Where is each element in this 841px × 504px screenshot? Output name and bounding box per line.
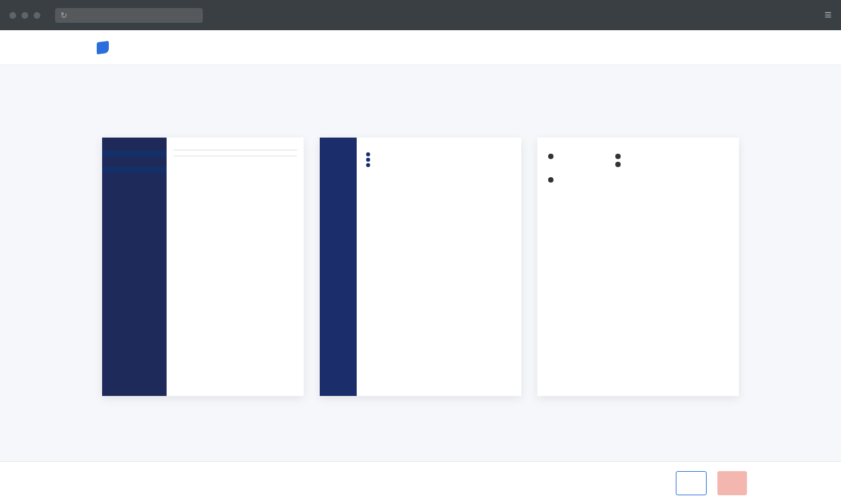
app-header [0, 30, 841, 65]
logo[interactable] [94, 42, 109, 54]
hero [0, 65, 841, 117]
footer-bar [0, 461, 841, 463]
window-min-dot[interactable] [21, 12, 28, 19]
url-bar[interactable]: ↻ [55, 8, 203, 23]
logo-icon [97, 40, 109, 54]
template-card-3[interactable] [537, 138, 739, 396]
work-heading [173, 148, 297, 150]
education-icon [615, 162, 621, 167]
skills-heading [102, 167, 167, 172]
work-icon [615, 154, 621, 159]
contact-icon [548, 154, 554, 159]
resume-name [102, 138, 167, 151]
template-card-1[interactable] [102, 138, 304, 396]
template-card-2[interactable] [320, 138, 521, 396]
skills-icon [548, 177, 554, 183]
contact-heading [102, 151, 167, 156]
phone-icon [366, 158, 370, 162]
window-max-dot[interactable] [34, 12, 40, 19]
email-icon [366, 163, 370, 167]
window-close-dot[interactable] [9, 12, 16, 19]
template-gallery [0, 117, 841, 463]
refresh-icon[interactable]: ↻ [60, 11, 67, 20]
hamburger-icon[interactable]: ≡ [824, 8, 832, 22]
education-heading [173, 154, 297, 156]
browser-chrome: ↻ ≡ [0, 0, 841, 30]
location-icon [366, 152, 370, 156]
